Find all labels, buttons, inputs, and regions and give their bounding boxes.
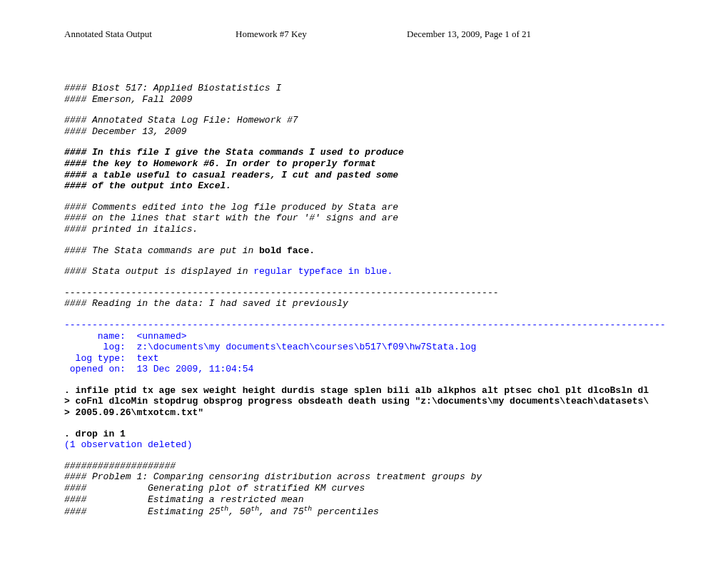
intro-block-6: #### Stata output is displayed in regula… [64,266,664,277]
intro1-line2: #### Emerson, Fall 2009 [64,94,192,105]
out-drop: (1 observation deleted) [64,439,664,451]
log-name: name: <unnamed> [64,331,664,342]
cmd-infile-1: . infile ptid tx age sex weight height d… [64,385,664,397]
intro6-blue: regular typeface in blue. [253,266,393,277]
cmd-infile-3: > 2005.09.26\mtxotcm.txt" [64,407,664,419]
dashes-2: ----------------------------------------… [64,320,664,331]
prob-header: #################### [64,461,664,472]
prob-line1: #### Problem 1: Comparing censoring dist… [64,471,664,483]
intro3-line1: #### In this file I give the Stata comma… [64,147,404,158]
intro2-line2: #### December 13, 2009 [64,126,187,137]
log-opened: opened on: 13 Dec 2009, 11:04:54 [64,364,664,375]
intro5-prefix: #### The Stata commands are put in [64,245,259,256]
intro-block-2: #### Annotated Stata Log File: Homework … [64,115,664,137]
intro-block-4: #### Comments edited into the log file p… [64,202,664,235]
prob-line4: #### Estimating 25th, 50th, and 75th per… [64,505,664,518]
prob-line2: #### Generating plot of stratified KM cu… [64,483,664,494]
log-type: log type: text [64,353,664,364]
header-center: Homework #7 Key [236,29,407,40]
header-right: December 13, 2009, Page 1 of 21 [407,29,664,40]
page-header: Annotated Stata Output Homework #7 Key D… [64,29,664,40]
intro3-line3: #### a table useful to casual readers, I… [64,170,398,180]
intro-block-1: #### Biost 517: Applied Biostatistics I … [64,83,664,105]
intro1-line1: #### Biost 517: Applied Biostatistics I [64,83,281,93]
intro-block-3: #### In this file I give the Stata comma… [64,147,664,191]
reading-line: #### Reading in the data: I had saved it… [64,298,664,310]
intro2-line1: #### Annotated Stata Log File: Homework … [64,115,298,126]
header-left: Annotated Stata Output [64,29,236,40]
dashes-1: ----------------------------------------… [64,287,664,299]
intro3-line2: #### the key to Homework #6. In order to… [64,158,376,169]
intro-block-5: #### The Stata commands are put in bold … [64,245,664,257]
log-path: log: z:\documents\my documents\teach\cou… [64,342,664,353]
intro4-line3: #### printed in italics. [64,224,198,235]
cmd-drop: . drop in 1 [64,429,664,440]
intro5-bold: bold face. [259,245,315,256]
cmd-infile-2: > coFnl dlcoMin stopdrug obsprog progres… [64,396,664,407]
intro4-line2: #### on the lines that start with the fo… [64,213,398,223]
intro6-prefix: #### Stata output is displayed in [64,266,253,277]
prob-line3: #### Estimating a restricted mean [64,494,664,506]
intro3-line4: #### of the output into Excel. [64,180,231,191]
intro4-line1: #### Comments edited into the log file p… [64,202,398,213]
